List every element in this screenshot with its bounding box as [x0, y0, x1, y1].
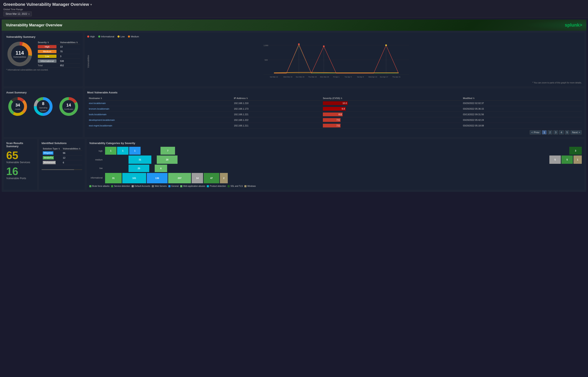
middle-row: Asset Summary	[4, 88, 584, 137]
svg-text:Thu Apr 21: Thu Apr 21	[392, 76, 401, 78]
treemap-cell: 25	[129, 165, 149, 172]
svg-text:Mon Mar 28: Mon Mar 28	[320, 76, 329, 78]
treemap-legend-item: General	[168, 185, 179, 187]
dashboard-title: Vulnerability Manager Overview	[6, 23, 62, 27]
vuln-chart-panel: HighInformationalLowMedium Vulnerabiliti…	[85, 33, 584, 86]
treemap-cell: 3	[569, 147, 582, 155]
vulnerable-services-label: Vulnerable Services	[6, 161, 35, 164]
treemap-cell: 5	[549, 155, 561, 164]
top-row: Vulnerability Summary	[4, 33, 584, 86]
treemap-cell: 28	[157, 155, 177, 164]
treemap-informational-row: 31 101 136 207 14 47 2	[105, 173, 582, 183]
next-button[interactable]: Next >	[570, 130, 582, 135]
legend-dot	[98, 35, 100, 37]
table-row: kronom.localdomain 192.168.1.173 9.8 03/…	[87, 106, 582, 112]
time-range-button[interactable]: Since Mar 12, 2022 ▾	[3, 12, 32, 16]
y-axis-label: Vulnerabilities	[87, 55, 90, 68]
severity-row: Medium70	[36, 49, 80, 54]
vuln-summary-title: Vulnerability Summary	[6, 35, 80, 38]
solution-vuln-col[interactable]: Vulnerabilities ⇅	[62, 147, 82, 151]
svg-text:Tue Apr 5: Tue Apr 5	[345, 76, 352, 78]
vulnerable-services-count: 65	[6, 150, 35, 161]
treemap-grid: 1 1 1 7 3 31 28	[105, 147, 582, 183]
treemap-cell: 2	[220, 173, 228, 183]
svg-text:Fri Apr 1: Fri Apr 1	[333, 76, 340, 78]
asset-summary-title: Asset Summary	[6, 91, 80, 94]
treemap-cell: 101	[122, 173, 146, 183]
ip-col[interactable]: IP Address ⇅	[232, 96, 321, 100]
donut-container: 114 Vulnerabilities Severity ⇅	[6, 40, 80, 68]
severity-row: High13	[36, 44, 80, 49]
svg-text:Sat Mar 12: Sat Mar 12	[270, 76, 278, 78]
legend-item: Medium	[128, 35, 139, 38]
treemap-legend-item: Product detection	[207, 185, 226, 187]
top-bar: Greenbone Vulnerability Manager Overview…	[0, 0, 588, 18]
legend-dot	[118, 35, 120, 37]
svg-text:1,000: 1,000	[264, 44, 269, 47]
title-dropdown-icon[interactable]: ▾	[90, 3, 92, 6]
table-row: esxi.localdomain 192.168.1.210 10.0 03/2…	[87, 100, 582, 106]
severity-col-header[interactable]: Severity ⇅	[36, 40, 59, 44]
vuln-footnote: * Informational vulnerabilities are not …	[6, 69, 80, 71]
vuln-categories-panel: Vulnerability Categories by Severity hig…	[87, 139, 584, 190]
dashboard-body: Vulnerability Summary	[2, 31, 586, 192]
treemap-low-row: 25 6	[105, 165, 582, 172]
scan-results-panel: Scan Results Summary 65 Vulnerable Servi…	[4, 139, 37, 190]
solutions-table: Solution Type ⇅ Vulnerabilities ⇅ Mitiga…	[42, 147, 82, 165]
line-chart-svg: 1,000 500	[91, 39, 582, 81]
severity-table: Severity ⇅ Vulnerabilities ⇅	[36, 40, 80, 68]
time-range-chevron-icon: ▾	[28, 13, 29, 15]
svg-text:Sun Mar 20: Sun Mar 20	[296, 76, 305, 78]
legend-item: Informational	[98, 35, 114, 38]
prev-button[interactable]: < Prev	[530, 130, 541, 135]
svg-text:Sun Apr 17: Sun Apr 17	[380, 76, 388, 78]
treemap-cell: 136	[147, 173, 167, 183]
vulnerability-summary-panel: Vulnerability Summary	[4, 33, 83, 86]
legend-dot	[87, 35, 89, 37]
treemap-legend-item: Web application abuses	[180, 185, 205, 187]
assets-donut: 34 Assets	[7, 96, 28, 117]
treemap-legend-item: Web Servers	[152, 185, 167, 187]
bottom-row: Scan Results Summary 65 Vulnerable Servi…	[4, 139, 584, 190]
vulnerabilities-col-header[interactable]: Vulnerabilities ⇅	[59, 40, 80, 44]
solution-row: Mitigation 96	[42, 151, 82, 155]
treemap-cell: 6	[155, 165, 167, 172]
treemap-cell: 5	[561, 155, 573, 164]
treemap-cell: 31	[129, 155, 151, 164]
svg-text:Wed Mar 16: Wed Mar 16	[283, 76, 293, 78]
cvss-col[interactable]: Severity (CVSS) ⇅	[321, 96, 461, 100]
dashboard-header: Vulnerability Manager Overview splunk>	[2, 20, 586, 31]
page-2-button[interactable]: 2	[548, 130, 552, 135]
treemap-legend-item: Service detection	[111, 185, 130, 187]
legend-dot	[128, 35, 130, 37]
treemap-high-row: 1 1 1 7 3	[105, 147, 582, 155]
vuln-donut-chart: 114 Vulnerabilities	[6, 40, 33, 68]
treemap-legend-item: Default Accounts	[132, 185, 150, 187]
splunk-logo: splunk>	[565, 23, 582, 28]
treemap-cell: 14	[192, 173, 203, 183]
page-3-button[interactable]: 3	[553, 130, 558, 135]
treemap-cell: 7	[161, 147, 175, 155]
hostname-col[interactable]: Hostname ⇅	[87, 96, 232, 100]
page-4-button[interactable]: 4	[559, 130, 564, 135]
time-range-label: Global Time Range	[3, 8, 585, 11]
vuln-donut-center: 114 Vulnerabilities	[13, 50, 26, 58]
os-donut: 8 OperatingSystem	[33, 96, 54, 117]
treemap-legend: Brute force attacksService detectionDefa…	[89, 185, 582, 187]
vulnerable-ports-label: Vulnerable Ports	[6, 177, 35, 180]
treemap-legend-item: SSL and TLS	[228, 185, 243, 187]
vulnerable-ports-count: 16	[6, 166, 35, 177]
solution-type-col[interactable]: Solution Type ⇅	[42, 147, 62, 151]
treemap-cell: 1	[117, 147, 129, 155]
solution-progress-bar	[42, 169, 82, 170]
asset-summary-panel: Asset Summary	[4, 88, 83, 137]
treemap-y-axis: high medium low informational	[89, 147, 104, 183]
modified-col[interactable]: Modified ⇅	[461, 96, 582, 100]
page-5-button[interactable]: 5	[565, 130, 570, 135]
table-row: esxi-mgmt.localdomain 192.168.1.211 7.5 …	[87, 123, 582, 129]
page-1-button[interactable]: 1	[542, 130, 547, 135]
legend-item: Low	[118, 35, 125, 38]
solution-row: VendorFix 12	[42, 155, 82, 160]
treemap-legend-item: Brute force attacks	[89, 185, 109, 187]
severity-table-container: Severity ⇅ Vulnerabilities ⇅	[36, 40, 80, 68]
